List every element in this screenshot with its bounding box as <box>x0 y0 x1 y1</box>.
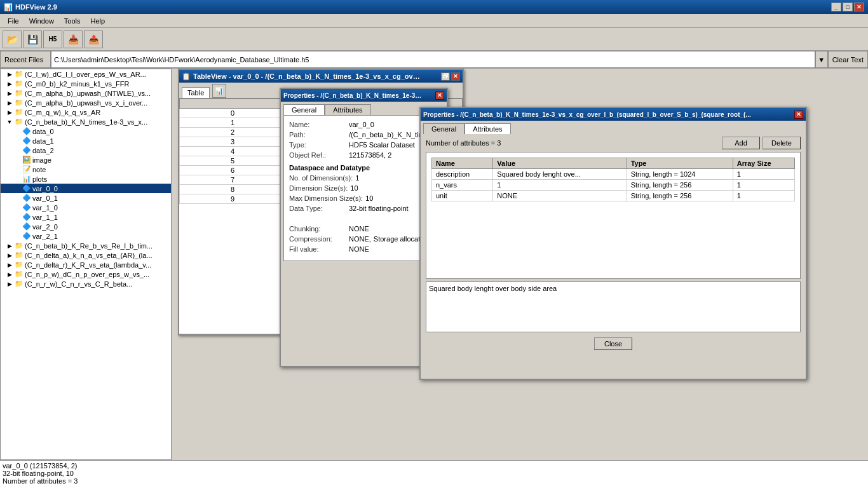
tree-item-c-m-q-w[interactable]: ▶ 📁 (C_m_q_w)_k_q_vs_AR <box>1 107 171 117</box>
properties-dialog-2: Properties - /(C_n_beta_b)_K_N_times_1e-… <box>419 107 807 380</box>
tree-item-var-1-0[interactable]: 🔷 var_1_0 <box>1 203 171 212</box>
minimize-btn[interactable]: _ <box>831 3 841 11</box>
tree-item-c-m0[interactable]: ▶ 📁 (C_m0_b)_k2_minus_k1_vs_FFR <box>1 79 171 88</box>
tree-item-c-l-w[interactable]: ▶ 📁 (C_l_w)_dC_l_l_over_eps_W_vs_AR... <box>1 69 171 79</box>
props2-close-btn[interactable]: ✕ <box>794 111 803 119</box>
row-index: 6 <box>180 166 286 175</box>
folder-icon: 📁 <box>15 241 24 250</box>
tree-label: (C_n_delta_a)_k_n_a_vs_eta_(AR)_(la... <box>25 252 153 259</box>
row-index: 9 <box>180 194 286 204</box>
table-close-btn[interactable]: ✕ <box>451 72 460 81</box>
attr-col-arrsize: Array Size <box>733 158 794 169</box>
expand-icon: ▶ <box>6 100 13 106</box>
tree-label: (C_n_p_w)_dC_n_p_over_eps_w_vs_... <box>25 271 149 278</box>
tree-item-var-2-0[interactable]: 🔷 var_2_0 <box>1 222 171 231</box>
maximize-btn[interactable]: □ <box>843 3 853 11</box>
tree-item-var-2-1[interactable]: 🔷 var_2_1 <box>1 231 171 241</box>
attr-cell-array_size: 1 <box>733 191 794 201</box>
recent-dropdown[interactable]: ▼ <box>815 51 828 68</box>
tree-item-data-1[interactable]: 🔷 data_1 <box>1 136 171 146</box>
chunking-label: Chunking: <box>289 225 346 233</box>
table-icon: 📋 <box>182 72 191 81</box>
expand-icon: ▶ <box>6 262 13 268</box>
app-title: HDFView 2.9 <box>15 3 57 11</box>
props2-title-bar[interactable]: Properties - /(C_n_beta_b)_K_N_times_1e-… <box>421 108 806 121</box>
folder-icon: 📁 <box>15 251 24 259</box>
tree-label: data_1 <box>32 137 54 145</box>
attr-cell-name: n_vars <box>432 180 493 191</box>
close-btn[interactable]: ✕ <box>854 3 864 11</box>
compression-label: Compression: <box>289 235 346 243</box>
compression-value: NONE, <box>349 235 371 243</box>
tree-item-data-2[interactable]: 🔷 data_2 <box>1 146 171 155</box>
close-dialog2-button[interactable]: Close <box>594 337 632 350</box>
attr-table-row: n_vars1String, length = 2561 <box>432 180 795 191</box>
chart-tab[interactable]: 📊 <box>212 84 226 98</box>
maxdim-value: 10 <box>365 194 373 202</box>
tree-item-c-m-alpha-2[interactable]: ▶ 📁 (C_m_alpha_b)_upwash_vs_x_i_over... <box>1 98 171 107</box>
main-container: ▶ 📁 (C_l_w)_dC_l_l_over_eps_W_vs_AR... ▶… <box>0 69 868 460</box>
table-expand-btn[interactable]: 🗗 <box>441 72 450 81</box>
description-box: Squared body lenght over body side area <box>426 281 801 332</box>
folder-icon: 📁 <box>15 89 24 97</box>
toolbar-hdf[interactable]: H5 <box>43 30 62 48</box>
menu-help[interactable]: Help <box>86 16 111 26</box>
tree-item-c-n-beta[interactable]: ▼ 📁 (C_n_beta_b)_K_N_times_1e-3_vs_x... <box>1 117 171 126</box>
attr-cell-value: 1 <box>493 180 627 191</box>
tree-item-image[interactable]: 🖼️ image <box>1 155 171 165</box>
folder-icon: 📁 <box>15 261 24 269</box>
expand-icon: ▼ <box>6 119 13 125</box>
clear-text-button[interactable]: Clear Text <box>828 51 868 68</box>
tree-item-var-0-0[interactable]: 🔷 var_0_0 <box>1 184 171 193</box>
props1-close-btn[interactable]: ✕ <box>435 92 444 100</box>
fill-label: Fill value: <box>289 245 346 253</box>
numdim-value: 1 <box>355 174 359 182</box>
table-view-title-bar[interactable]: 📋 TableView - var_0_0 - /(C_n_beta_b)_K_… <box>179 70 463 83</box>
tree-item-var-1-1[interactable]: 🔷 var_1_1 <box>1 212 171 222</box>
data-icon: 🔷 <box>22 203 31 212</box>
data-icon: 🔷 <box>22 184 31 193</box>
tree-item-c-n-r-w[interactable]: ▶ 📁 (C_n_r_w)_C_n_r_vs_C_R_beta... <box>1 279 171 288</box>
expand-icon: ▶ <box>6 252 13 259</box>
table-view-title: TableView - var_0_0 - /(C_n_beta_b)_K_N_… <box>193 72 422 80</box>
menu-tools[interactable]: Tools <box>59 16 86 26</box>
toolbar-open[interactable]: 📂 <box>3 30 22 48</box>
attr-count: Number of attributes = 3 <box>426 139 501 147</box>
dimsize-value: 10 <box>350 184 358 192</box>
objref-value: 121573854, 2 <box>349 151 391 159</box>
tree-item-c-n-delta[interactable]: ▶ 📁 (C_n_delta_a)_k_n_a_vs_eta_(AR)_(la.… <box>1 250 171 260</box>
tree-item-var-0-1[interactable]: 🔷 var_0_1 <box>1 193 171 203</box>
attr-col-value: Value <box>493 158 627 169</box>
tree-label: var_1_0 <box>32 204 58 212</box>
attr-cell-name: unit <box>432 191 493 201</box>
type-value: HDF5 Scalar Dataset <box>349 141 415 149</box>
toolbar-import[interactable]: 📥 <box>64 30 83 48</box>
folder-icon: 📁 <box>15 270 24 278</box>
attr-cell-array_size: 1 <box>733 169 794 180</box>
tree-item-plots[interactable]: 📊 plots <box>1 174 171 184</box>
tree-item-note[interactable]: 📝 note <box>1 165 171 174</box>
toolbar-export[interactable]: 📤 <box>84 30 103 48</box>
menu-bar: File Window Tools Help <box>0 14 868 28</box>
add-attr-button[interactable]: Add <box>722 137 760 149</box>
toolbar-save[interactable]: 💾 <box>23 30 42 48</box>
folder-icon: 📁 <box>15 108 24 116</box>
tab2-general[interactable]: General <box>423 123 465 134</box>
tab2-attributes[interactable]: Attributes <box>465 123 510 134</box>
tree-item-c-n-beta-k-re[interactable]: ▶ 📁 (C_n_beta_b)_K_Re_b_vs_Re_l_b_tim... <box>1 241 171 250</box>
tree-label: (C_n_r_w)_C_n_r_vs_C_R_beta... <box>25 280 132 288</box>
tree-item-c-m-alpha[interactable]: ▶ 📁 (C_m_alpha_b)_upwash_(NTWLE)_vs... <box>1 88 171 98</box>
title-bar: 📊 HDFView 2.9 _ □ ✕ <box>0 0 868 14</box>
tree-item-c-n-delta-r[interactable]: ▶ 📁 (C_n_delta_r)_K_R_vs_eta_(lambda_v..… <box>1 260 171 269</box>
tab-attributes[interactable]: Attributes <box>325 104 370 115</box>
description-text: Squared body lenght over body side area <box>429 285 557 292</box>
tree-item-c-n-p-w[interactable]: ▶ 📁 (C_n_p_w)_dC_n_p_over_eps_w_vs_... <box>1 269 171 279</box>
menu-file[interactable]: File <box>3 16 24 26</box>
props1-title-bar[interactable]: Properties - /(C_n_beta_b)_K_N_times_1e-… <box>281 89 447 102</box>
tab-table[interactable]: Table <box>182 87 210 98</box>
tab-general[interactable]: General <box>283 104 325 115</box>
tree-item-data-0[interactable]: 🔷 data_0 <box>1 126 171 136</box>
tree-panel: ▶ 📁 (C_l_w)_dC_l_l_over_eps_W_vs_AR... ▶… <box>0 69 172 460</box>
delete-attr-button[interactable]: Delete <box>763 137 801 149</box>
menu-window[interactable]: Window <box>24 16 59 26</box>
